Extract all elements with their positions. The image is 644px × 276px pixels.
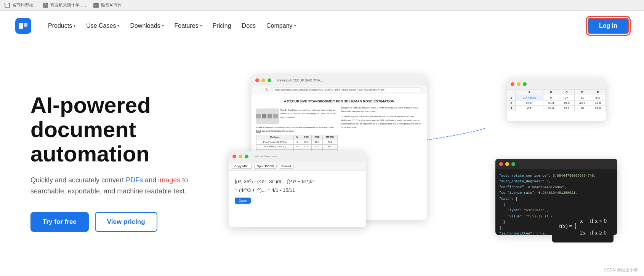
figure-caption: Fig. 2: Qualitative comparison with two … — [280, 108, 338, 120]
subtitle-text-2: and — [143, 176, 158, 184]
formula-display-1: ∫(r², 3e⁰) - (4e⁴, 3r⁴)dr = ∫(4r² + 9r⁴)… — [235, 179, 314, 184]
formula-window: snip.mathpix.com Copy MML Open DOCS Form… — [229, 151, 366, 227]
formula-titlebar: snip.mathpix.com — [229, 151, 366, 162]
hero-demo: Viewing A RECURSIVE TRA... ← → ↻ snip.ma… — [229, 75, 614, 250]
subtitle-pdfs: PDFs — [126, 176, 143, 184]
table-header-pck: PCK — [301, 135, 312, 140]
nav-items: Products ▾ Use Cases ▾ Downloads ▾ Featu… — [43, 19, 588, 32]
sheet-header-c: C — [559, 89, 574, 95]
navbar: Products ▾ Use Cases ▾ Downloads ▾ Featu… — [0, 11, 644, 41]
hero-left: AI-powered document automation Quickly a… — [30, 93, 213, 232]
nav-item-usecases[interactable]: Use Cases ▾ — [82, 19, 124, 32]
chevron-down-icon: ▾ — [162, 24, 164, 28]
hero-title: AI-powered document automation — [30, 93, 213, 166]
table-row: MHFormer (CVPR 22)997.451.058.0 — [256, 145, 338, 150]
browser-bar: 📄 名节约型校... 🚀 商业航天满十年，... 🎵 酷音AI写作 — [0, 0, 644, 11]
formula-title-text: snip.mathpix.com — [254, 155, 277, 158]
math-formula-box: f(x) = { x if x < 0 2x if x ≥ 0 — [552, 211, 614, 242]
subtitle-images: images — [158, 176, 180, 184]
sheet-table: A B C D E 1 2D Inputs 9 27 — [507, 89, 606, 111]
formula-maximize[interactable] — [245, 155, 248, 158]
formula-content: ∫(r², 3e⁰) - (4e⁴, 3r⁴)dr = ∫(4r² + 9r⁴)… — [229, 171, 366, 210]
login-button[interactable]: Log In — [588, 18, 629, 34]
open-btn[interactable]: Open — [235, 198, 251, 204]
copy-mml-btn[interactable]: Copy MML — [232, 164, 252, 169]
paper-text-2: To further explore our model, we choose … — [341, 115, 422, 129]
sheet-header-b: B — [543, 89, 559, 95]
browser-tab-2[interactable]: 🚀 商业航天满十年，... — [43, 2, 87, 8]
sheet-header-empty — [507, 89, 516, 95]
tab-favicon-2: 🚀 — [43, 3, 48, 8]
forward-button[interactable]: → — [260, 88, 264, 92]
sheet-titlebar — [507, 79, 606, 89]
sheet-minimize[interactable] — [517, 82, 521, 86]
logo-icon — [15, 18, 31, 34]
sheet-header-e: E — [590, 89, 606, 95]
svg-rect-0 — [19, 23, 23, 29]
tab-label-1: 名节约型校... — [12, 2, 37, 8]
chevron-down-icon: ▾ — [294, 24, 296, 28]
nav-item-pricing[interactable]: Pricing — [208, 19, 236, 32]
formula-close[interactable] — [232, 155, 236, 158]
hero-buttons: Try for free View pricing — [30, 212, 213, 232]
browser-tab-3[interactable]: 🎵 酷音AI写作 — [93, 2, 122, 8]
sheet-maximize[interactable] — [523, 82, 527, 86]
table-header-methods: Methods — [256, 135, 294, 140]
formula-toolbar: Copy MML Open DOCS Format — [229, 162, 366, 171]
sheet-row-2: 2 CPN 48.3 45.8 43.7 42.8 — [507, 100, 606, 105]
tab-label-3: 酷音AI写作 — [101, 2, 122, 8]
nav-item-products[interactable]: Products ▾ — [43, 19, 80, 32]
code-close[interactable] — [499, 162, 503, 166]
nav-logo[interactable] — [15, 18, 31, 34]
try-free-button[interactable]: Try for free — [30, 212, 89, 232]
back-button[interactable]: ← — [255, 88, 258, 92]
titlebar: Viewing A RECURSIVE TRA... — [252, 75, 427, 86]
code-titlebar — [495, 159, 617, 169]
sheet-header-a: A — [516, 89, 543, 95]
open-docs-btn[interactable]: Open DOCS — [254, 164, 277, 169]
chevron-down-icon: ▾ — [200, 24, 202, 28]
watermark: CSDN @国土小蒋 — [604, 267, 638, 273]
sheet-close[interactable] — [511, 82, 514, 86]
nav-item-company[interactable]: Company ▾ — [262, 19, 300, 32]
hero-section: AI-powered document automation Quickly a… — [0, 41, 644, 276]
browser-tab-1[interactable]: 📄 名节约型校... — [5, 2, 37, 8]
window-title: Viewing A RECURSIVE TRA... — [277, 78, 323, 82]
table-row: PoseFormer (ICCV 21)988.656.477.1 — [256, 140, 338, 145]
close-button[interactable] — [255, 78, 259, 82]
svg-rect-1 — [24, 23, 27, 27]
paper-title: A RECURSIVE TRANSFORMER FOR 3D HUMAN POS… — [256, 99, 422, 104]
address-input[interactable]: snip.mathpix.com/mathpix/qlpdfs/36750e45… — [272, 87, 421, 92]
view-pricing-button[interactable]: View pricing — [95, 212, 157, 232]
sheet-row-3: 3 GT 34.6 33.1 28 24.8 — [507, 105, 606, 111]
table-header-auc: AUC — [312, 135, 323, 140]
table-caption: Table 2: Results comparison with state-o… — [256, 126, 338, 133]
maximize-button[interactable] — [268, 78, 271, 82]
code-maximize[interactable] — [511, 162, 515, 166]
address-bar-area: ← → ↻ snip.mathpix.com/mathpix/qlpdfs/36… — [252, 86, 427, 94]
code-minimize[interactable] — [505, 162, 509, 166]
spreadsheet-window: A B C D E 1 2D Inputs 9 27 — [507, 79, 606, 121]
tab-favicon-3: 🎵 — [93, 3, 99, 8]
nav-item-docs[interactable]: Docs — [237, 19, 260, 32]
formula-minimize[interactable] — [239, 155, 242, 158]
sheet-body: A B C D E 1 2D Inputs 9 27 — [507, 89, 606, 121]
tab-favicon-1: 📄 — [5, 3, 10, 8]
minimize-button[interactable] — [261, 78, 265, 82]
sheet-row-1: 1 2D Inputs 9 27 81 243 — [507, 95, 606, 100]
chevron-down-icon: ▾ — [74, 24, 75, 28]
table-header-mpjpe: MPJPE — [322, 135, 337, 140]
paper-text-1: and ground truth 2D poses in Table 2. Wi… — [341, 106, 422, 113]
format-btn[interactable]: Format — [279, 164, 294, 169]
chevron-down-icon: ▾ — [117, 24, 119, 28]
table-header-n: N — [293, 135, 301, 140]
reload-button[interactable]: ↻ — [265, 88, 268, 92]
sheet-header-d: D — [574, 89, 590, 95]
formula-display-2: = (4r³/3 + r⁵)... = 4/1 - 15/11 — [235, 187, 295, 193]
figure-image — [256, 108, 279, 124]
hero-subtitle: Quickly and accurately convert PDFs and … — [30, 175, 191, 197]
tab-label-2: 商业航天满十年，... — [50, 2, 87, 8]
nav-item-features[interactable]: Features ▾ — [170, 19, 207, 32]
math-formula-display: f(x) = { x if x < 0 2x if x ≥ 0 — [559, 216, 607, 238]
nav-item-downloads[interactable]: Downloads ▾ — [125, 19, 168, 32]
